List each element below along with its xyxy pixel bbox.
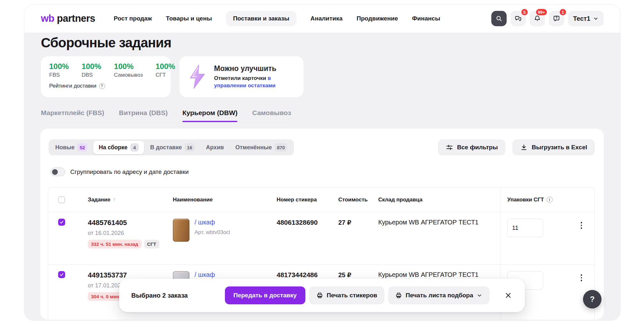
improve-title: Можно улучшить xyxy=(214,64,294,73)
col-task[interactable]: Задание ↑ xyxy=(88,187,173,212)
question-circle-icon[interactable]: ? xyxy=(99,83,105,89)
sgt-qty-input[interactable] xyxy=(507,219,543,237)
selection-action-bar: Выбрано 2 заказа Передать в доставку Печ… xyxy=(119,279,525,312)
print-stickers-label: Печать стикеров xyxy=(327,292,377,299)
col-price: Стоимость xyxy=(338,187,378,212)
chevron-down-icon xyxy=(593,16,599,21)
logo-partners: partners xyxy=(57,13,95,24)
sticker-number: 48173442486 xyxy=(277,271,318,278)
tab-courier-dbw[interactable]: Курьером (DBW) xyxy=(182,109,238,117)
close-icon xyxy=(505,292,512,299)
col-name-label: Наименование xyxy=(173,197,213,203)
nav-item-goods-prices[interactable]: Товары и цены xyxy=(166,15,212,22)
rating-fbs: 100% FBS xyxy=(49,62,69,78)
pill-label: В доставке xyxy=(150,144,182,151)
info-circle-icon[interactable]: i xyxy=(547,197,553,203)
tab-pickup[interactable]: Самовывоз xyxy=(252,109,291,117)
pill-cancelled[interactable]: Отменённые 870 xyxy=(230,141,293,154)
group-by-address-toggle[interactable] xyxy=(50,168,65,176)
pill-count: 52 xyxy=(77,143,87,152)
rating-sgt: 100% СГТ xyxy=(156,62,175,78)
pill-count: 16 xyxy=(185,143,195,152)
nav-item-finance[interactable]: Финансы xyxy=(412,15,440,22)
rating-value: 100% xyxy=(81,62,101,71)
nav-item-analytics[interactable]: Аналитика xyxy=(310,15,343,22)
row-checkbox[interactable] xyxy=(58,219,65,226)
rating-label: СГТ xyxy=(156,72,175,78)
rating-value: 100% xyxy=(114,62,143,71)
top-nav: wbpartners Рост продаж Товары и цены Пос… xyxy=(24,4,620,33)
rating-label: Самовывоз xyxy=(114,72,143,78)
chevron-down-icon xyxy=(477,293,482,298)
pill-in-delivery[interactable]: В доставке 16 xyxy=(145,141,200,154)
product-article: Арт. wbtv03ocl xyxy=(195,229,230,236)
order-id[interactable]: 4491353737 xyxy=(88,271,173,279)
logo-wb: wb xyxy=(41,13,54,24)
order-row-1: 4485761405 от 16.01.2026 332 ч. 51 мин. … xyxy=(48,212,594,265)
nav-item-supplies-orders[interactable]: Поставки и заказы xyxy=(226,11,296,26)
all-filters-button[interactable]: Все фильтры xyxy=(438,139,506,155)
overdue-badge: 332 ч. 51 мин. назад xyxy=(88,240,142,248)
close-action-bar-button[interactable] xyxy=(504,291,512,300)
pill-new[interactable]: Новые 52 xyxy=(50,141,93,154)
row-menu-kebab-icon[interactable] xyxy=(577,221,586,230)
order-date: от 16.01.2026 xyxy=(88,230,173,237)
app-window: wbpartners Рост продаж Товары и цены Пос… xyxy=(24,4,620,320)
sgt-badge: СГТ xyxy=(144,240,160,248)
search-button[interactable] xyxy=(491,11,507,26)
support-badge: 1 xyxy=(559,8,567,16)
nav-item-sales-growth[interactable]: Рост продаж xyxy=(114,15,152,22)
product-link[interactable]: / шкаф xyxy=(195,219,230,226)
chat-button[interactable]: 5 xyxy=(510,11,526,26)
order-price: 25 ₽ xyxy=(338,271,351,278)
send-to-delivery-button[interactable]: Передать в доставку xyxy=(225,286,305,304)
col-task-label: Задание xyxy=(88,197,111,203)
pill-archive[interactable]: Архив xyxy=(201,141,229,154)
help-fab-label: ? xyxy=(590,295,595,304)
pill-assembling[interactable]: На сборке 4 xyxy=(93,141,144,154)
download-icon xyxy=(520,144,528,151)
row-checkbox[interactable] xyxy=(58,271,65,278)
col-warehouse: Склад продавца xyxy=(378,187,501,212)
tab-marketplace-fbs[interactable]: Маркетплейс (FBS) xyxy=(41,109,104,117)
filter-sliders-icon xyxy=(446,144,453,151)
status-filter: Новые 52 На сборке 4 В доставке 16 Архив… xyxy=(49,139,294,155)
nav-item-promotion[interactable]: Продвижение xyxy=(356,15,398,22)
sticker-number: 48061328690 xyxy=(277,219,318,226)
improve-text: Отметили карточки xyxy=(214,75,266,81)
select-all-checkbox[interactable] xyxy=(58,196,65,203)
search-icon xyxy=(495,15,502,22)
wb-partners-logo[interactable]: wbpartners xyxy=(41,13,95,24)
page-title: Сборочные задания xyxy=(41,35,171,51)
tab-vitrina-dbs[interactable]: Витрина (DBS) xyxy=(119,109,168,117)
product-link[interactable]: / шкаф xyxy=(195,271,230,278)
order-id[interactable]: 4485761405 xyxy=(88,219,173,227)
account-menu[interactable]: Тест1 xyxy=(568,11,604,26)
export-excel-button[interactable]: Выгрузить в Excel xyxy=(512,139,595,155)
pill-label: Отменённые xyxy=(235,144,272,151)
help-fab-button[interactable]: ? xyxy=(583,290,602,308)
svg-text:?: ? xyxy=(556,16,557,20)
print-pick-list-button[interactable]: Печать листа подбора xyxy=(388,286,490,304)
sort-asc-icon[interactable]: ↑ xyxy=(113,196,116,203)
product-thumbnail[interactable] xyxy=(173,219,189,242)
lightning-bolt-icon xyxy=(187,64,208,90)
notifications-badge: 99+ xyxy=(535,8,548,16)
support-button[interactable]: ? 1 xyxy=(549,11,564,26)
pill-label: На сборке xyxy=(99,144,127,151)
col-sgt: Упаковки СГТ i xyxy=(501,187,595,212)
col-warehouse-label: Склад продавца xyxy=(378,197,422,203)
pill-label: Архив xyxy=(206,144,224,151)
col-price-label: Стоимость xyxy=(338,197,368,203)
printer-icon xyxy=(316,292,323,299)
group-toggle-label: Сгруппировать по адресу и дате доставки xyxy=(70,168,189,176)
col-sticker-label: Номер стикера xyxy=(277,197,317,203)
row-menu-kebab-icon[interactable] xyxy=(577,273,586,283)
print-stickers-button[interactable]: Печать стикеров xyxy=(309,286,384,304)
notifications-button[interactable]: 99+ xyxy=(530,11,545,26)
col-sgt-label: Упаковки СГТ xyxy=(507,197,544,203)
task-cell: 4485761405 от 16.01.2026 332 ч. 51 мин. … xyxy=(88,212,173,264)
product-cell: / шкаф Арт. wbtv03ocl xyxy=(173,212,277,264)
selected-count-label: Выбрано 2 заказа xyxy=(131,292,188,299)
help-bubble-icon: ? xyxy=(553,15,560,22)
